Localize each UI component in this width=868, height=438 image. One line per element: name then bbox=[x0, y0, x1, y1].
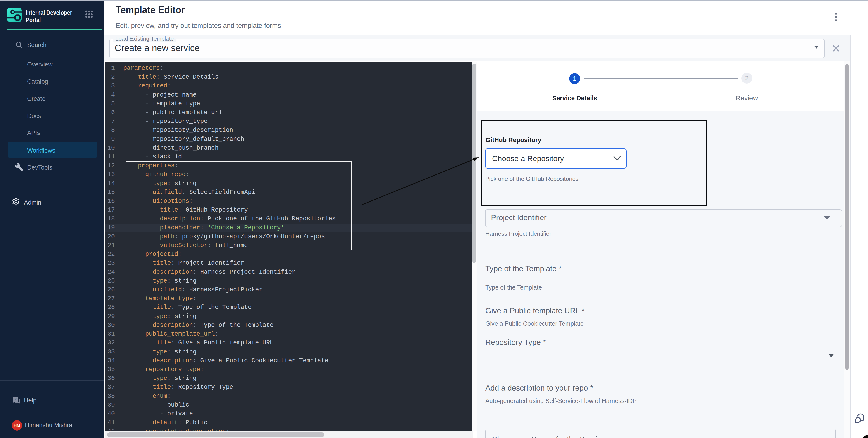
svg-text:?: ? bbox=[14, 397, 17, 401]
